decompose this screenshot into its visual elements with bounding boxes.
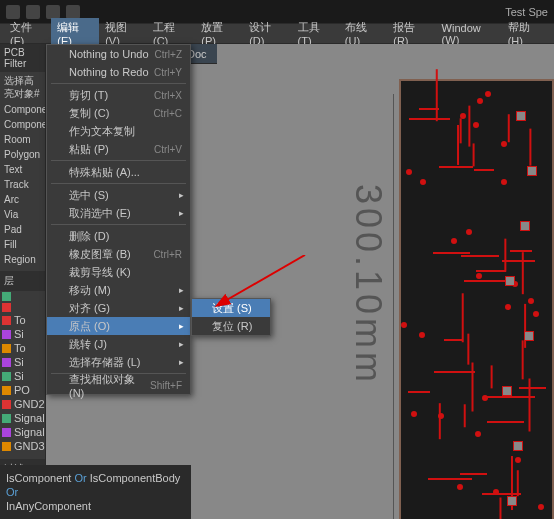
menu-item[interactable]: 查找相似对象 (N)Shift+F: [47, 376, 190, 394]
app-icon: [6, 5, 20, 19]
window-title: Test Spe: [505, 6, 548, 18]
object-item[interactable]: Pad: [0, 222, 45, 237]
menu-item[interactable]: 特殊粘贴 (A)...: [47, 163, 190, 181]
menu-item[interactable]: 原点 (O): [47, 317, 190, 335]
menu-item[interactable]: 删除 (D): [47, 227, 190, 245]
layer-item[interactable]: Si: [0, 369, 45, 383]
menu-bar: 文件 (F)编辑 (E)视图 (V)工程 (C)放置 (P)设计 (D)工具 (…: [0, 24, 554, 44]
object-item[interactable]: Via: [0, 207, 45, 222]
left-panel: PCB Filter 选择高亮对象# ComponeComponeRoomPol…: [0, 44, 46, 519]
menu-item: 复制 (C)Ctrl+C: [47, 104, 190, 122]
menu-item: 剪切 (T)Ctrl+X: [47, 86, 190, 104]
menu-item: Nothing to RedoCtrl+Y: [47, 63, 190, 81]
object-item[interactable]: Room: [0, 132, 45, 147]
layer-item[interactable]: GND2: [0, 397, 45, 411]
layer-item[interactable]: GND3: [0, 439, 45, 453]
filter-expression[interactable]: IsComponent Or IsComponentBody Or InAnyC…: [0, 465, 191, 519]
menu-item[interactable]: 选中 (S): [47, 186, 190, 204]
object-item[interactable]: Region: [0, 252, 45, 267]
menu-item[interactable]: 裁剪导线 (K): [47, 263, 190, 281]
tool-icon[interactable]: [26, 5, 40, 19]
object-item[interactable]: Fill: [0, 237, 45, 252]
menu-item[interactable]: 选择存储器 (L): [47, 353, 190, 371]
object-item[interactable]: Compone: [0, 102, 45, 117]
layer-item[interactable]: [0, 291, 45, 302]
layers-header: 层: [0, 271, 45, 291]
layer-item[interactable]: Signal3: [0, 425, 45, 439]
menu-item[interactable]: 对齐 (G): [47, 299, 190, 317]
layer-item[interactable]: Si: [0, 327, 45, 341]
object-item[interactable]: Compone: [0, 117, 45, 132]
dimension-line: [393, 94, 394, 519]
object-item[interactable]: Arc: [0, 192, 45, 207]
layer-item[interactable]: Si: [0, 355, 45, 369]
toolbar-icons: [6, 5, 80, 19]
tool-icon[interactable]: [66, 5, 80, 19]
layer-item[interactable]: To: [0, 341, 45, 355]
menu-item[interactable]: 取消选中 (E): [47, 204, 190, 222]
object-item[interactable]: Polygon: [0, 147, 45, 162]
menu-item: 橡皮图章 (B)Ctrl+R: [47, 245, 190, 263]
layer-item[interactable]: [0, 302, 45, 313]
menu-item[interactable]: 移动 (M): [47, 281, 190, 299]
menu-item[interactable]: 粘贴 (P)Ctrl+V: [47, 140, 190, 158]
layer-item[interactable]: Signal6: [0, 411, 45, 425]
dimension-text: 300.10mm: [347, 184, 389, 386]
origin-submenu: 设置 (S)复位 (R): [191, 298, 271, 336]
layer-item[interactable]: PO: [0, 383, 45, 397]
edit-menu: Nothing to UndoCtrl+ZNothing to RedoCtrl…: [46, 44, 191, 395]
object-item[interactable]: Text: [0, 162, 45, 177]
submenu-item[interactable]: 复位 (R): [192, 317, 270, 335]
panel-header: PCB Filter: [0, 44, 45, 72]
object-item[interactable]: Track: [0, 177, 45, 192]
select-label: 选择高亮对象#: [0, 72, 45, 102]
pcb-board[interactable]: [399, 79, 554, 519]
menu-item[interactable]: 跳转 (J): [47, 335, 190, 353]
menu-item: Nothing to UndoCtrl+Z: [47, 45, 190, 63]
submenu-item[interactable]: 设置 (S): [192, 299, 270, 317]
layer-item[interactable]: To: [0, 313, 45, 327]
tool-icon[interactable]: [46, 5, 60, 19]
menu-item: 作为文本复制: [47, 122, 190, 140]
